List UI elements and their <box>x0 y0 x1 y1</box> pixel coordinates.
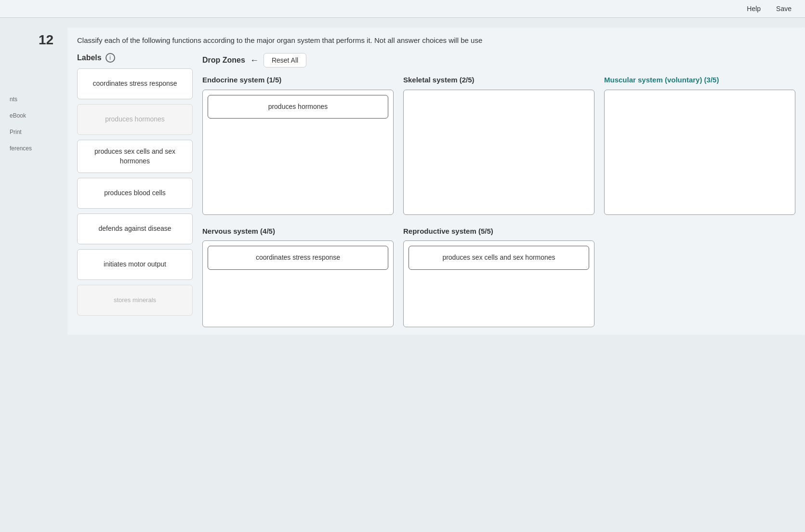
drop-zones-title: Drop Zones <box>202 56 245 65</box>
save-button[interactable]: Save <box>772 3 795 14</box>
question-number: 12 <box>39 27 67 335</box>
top-drop-zones-grid: Endocrine system (1/5) produces hormones… <box>202 75 795 215</box>
placed-card-produces-hormones[interactable]: produces hormones <box>208 95 388 119</box>
nav-nts[interactable]: nts <box>10 95 39 104</box>
labels-title: Labels <box>77 53 102 62</box>
nav-print[interactable]: Print <box>10 128 39 136</box>
skeletal-drop-box[interactable] <box>403 90 594 215</box>
nervous-column: Nervous system (4/5) coordinates stress … <box>202 226 394 328</box>
reset-all-button[interactable]: Reset All <box>264 53 306 67</box>
endocrine-column: Endocrine system (1/5) produces hormones <box>202 75 394 215</box>
help-button[interactable]: Help <box>743 3 765 14</box>
reproductive-column: Reproductive system (5/5) produces sex c… <box>403 226 594 328</box>
reproductive-drop-box[interactable]: produces sex cells and sex hormones <box>403 240 594 327</box>
drop-zones-header: Drop Zones ← Reset All <box>202 53 795 67</box>
placed-card-coordinates-stress[interactable]: coordinates stress response <box>208 246 388 270</box>
label-stores-minerals[interactable]: stores minerals <box>77 285 193 316</box>
nav-ebook[interactable]: eBook <box>10 111 39 120</box>
label-produces-sex-cells[interactable]: produces sex cells and sex hormones <box>77 140 193 173</box>
skeletal-column: Skeletal system (2/5) <box>403 75 594 215</box>
label-produces-blood-cells[interactable]: produces blood cells <box>77 178 193 209</box>
content-area: Classify each of the following functions… <box>67 27 805 335</box>
nav-ferences[interactable]: ferences <box>10 144 39 153</box>
label-coordinates-stress[interactable]: coordinates stress response <box>77 68 193 99</box>
main-container: nts eBook Print ferences 12 Classify eac… <box>0 18 805 345</box>
muscular-label: Muscular system (voluntary) (3/5) <box>604 75 795 85</box>
empty-bottom-column <box>604 226 795 328</box>
label-produces-hormones[interactable]: produces hormones <box>77 104 193 135</box>
label-initiates-motor-output[interactable]: initiates motor output <box>77 249 193 280</box>
muscular-column: Muscular system (voluntary) (3/5) <box>604 75 795 215</box>
label-defends-against-disease[interactable]: defends against disease <box>77 213 193 244</box>
columns-container: Labels i coordinates stress response pro… <box>77 53 795 327</box>
placed-card-sex-cells[interactable]: produces sex cells and sex hormones <box>409 246 589 270</box>
top-bar: Help Save <box>0 0 805 18</box>
drop-zones-area: Drop Zones ← Reset All Endocrine system … <box>193 53 795 327</box>
back-arrow-icon[interactable]: ← <box>250 55 259 66</box>
bottom-drop-zones-grid: Nervous system (4/5) coordinates stress … <box>202 226 795 328</box>
info-icon[interactable]: i <box>106 53 115 63</box>
endocrine-drop-box[interactable]: produces hormones <box>202 90 394 215</box>
nervous-label: Nervous system (4/5) <box>202 226 394 236</box>
nervous-drop-box[interactable]: coordinates stress response <box>202 240 394 327</box>
instructions-text: Classify each of the following functions… <box>77 35 795 45</box>
sidebar-header: Labels i <box>77 53 193 63</box>
skeletal-label: Skeletal system (2/5) <box>403 75 594 85</box>
endocrine-label: Endocrine system (1/5) <box>202 75 394 85</box>
reproductive-label: Reproductive system (5/5) <box>403 226 594 236</box>
labels-sidebar: Labels i coordinates stress response pro… <box>77 53 193 327</box>
muscular-drop-box[interactable] <box>604 90 795 215</box>
